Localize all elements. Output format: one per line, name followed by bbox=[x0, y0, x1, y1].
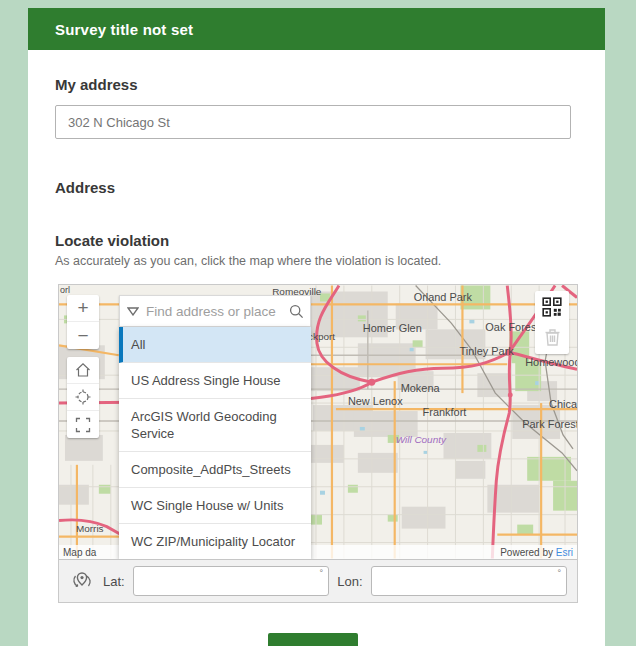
survey-header: Survey title not set bbox=[28, 8, 605, 50]
location-refresh-icon[interactable] bbox=[69, 568, 95, 594]
map-label: Orland Park bbox=[414, 291, 473, 303]
locate-icon bbox=[75, 389, 91, 405]
lon-degree-symbol: ° bbox=[557, 568, 561, 578]
attribution-left: Map da bbox=[63, 547, 96, 558]
map-label: Frankfort bbox=[423, 406, 467, 418]
map-tools-panel bbox=[535, 291, 569, 354]
map-label: Tinley Park bbox=[459, 345, 514, 357]
esri-link[interactable]: Esri bbox=[556, 547, 573, 558]
lat-degree-symbol: ° bbox=[320, 568, 324, 578]
map-canvas[interactable]: orlRomeovilleOrland ParkHomer GlenOak Fo… bbox=[59, 285, 577, 559]
locate-violation-description: As accurately as you can, click the map … bbox=[55, 254, 571, 268]
fullscreen-icon bbox=[75, 417, 91, 433]
locate-violation-label: Locate violation bbox=[55, 232, 571, 249]
map-label: Homer Glen bbox=[363, 322, 422, 334]
qr-scan-icon[interactable] bbox=[542, 297, 562, 317]
map-label: Park Forest bbox=[522, 418, 577, 430]
my-address-input[interactable] bbox=[55, 105, 571, 139]
locator-option[interactable]: US Address Single House bbox=[119, 363, 311, 399]
lon-field-wrap: ° bbox=[371, 566, 568, 596]
map-label: Will County bbox=[396, 434, 447, 445]
lat-label: Lat: bbox=[103, 574, 125, 589]
zoom-out-button[interactable]: − bbox=[67, 322, 99, 349]
map-search-bar bbox=[119, 295, 311, 327]
locate-button[interactable] bbox=[67, 384, 99, 411]
map-label: orl bbox=[60, 285, 70, 295]
zoom-controls: + − bbox=[67, 295, 99, 349]
address-label: Address bbox=[55, 179, 571, 196]
locator-option[interactable]: WC ZIP/Municipality Locator bbox=[119, 524, 311, 559]
home-button[interactable] bbox=[67, 357, 99, 384]
lon-input[interactable] bbox=[371, 566, 568, 596]
attribution-right: Powered by Esri bbox=[500, 547, 573, 558]
trash-icon[interactable] bbox=[543, 327, 562, 347]
my-address-label: My address bbox=[55, 76, 571, 93]
map-label: Morris bbox=[76, 523, 104, 534]
search-input[interactable] bbox=[146, 304, 282, 319]
lon-label: Lon: bbox=[337, 574, 362, 589]
map-label: Homewood bbox=[525, 356, 577, 368]
lat-field-wrap: ° bbox=[133, 566, 330, 596]
survey-card: Survey title not set My address Address … bbox=[28, 8, 605, 646]
nav-controls bbox=[67, 357, 99, 438]
lat-input[interactable] bbox=[133, 566, 330, 596]
submit-button[interactable] bbox=[268, 633, 358, 646]
map-label: Chicago bbox=[549, 398, 577, 410]
locator-option[interactable]: Composite_AddPts_Streets bbox=[119, 452, 311, 488]
fullscreen-button[interactable] bbox=[67, 411, 99, 438]
map-widget: orlRomeovilleOrland ParkHomer GlenOak Fo… bbox=[58, 284, 578, 603]
search-button[interactable] bbox=[282, 296, 310, 326]
coordinate-bar: Lat: ° Lon: ° bbox=[59, 559, 577, 602]
search-icon bbox=[289, 304, 304, 319]
map-label: Oak Forest bbox=[485, 321, 539, 333]
chevron-down-icon bbox=[127, 307, 139, 316]
map-label: New Lenox bbox=[348, 395, 403, 407]
survey-title: Survey title not set bbox=[55, 21, 193, 38]
locator-option[interactable]: ArcGIS World Geocoding Service bbox=[119, 399, 311, 452]
search-source-toggle[interactable] bbox=[120, 296, 146, 326]
home-icon bbox=[75, 362, 91, 378]
map-label: ckport bbox=[308, 331, 335, 342]
map-label: Mokena bbox=[401, 382, 441, 394]
locator-option[interactable]: All bbox=[119, 327, 311, 363]
locator-option[interactable]: WC Single House w/ Units bbox=[119, 488, 311, 524]
locator-dropdown: AllUS Address Single HouseArcGIS World G… bbox=[119, 327, 311, 559]
zoom-in-button[interactable]: + bbox=[67, 295, 99, 322]
